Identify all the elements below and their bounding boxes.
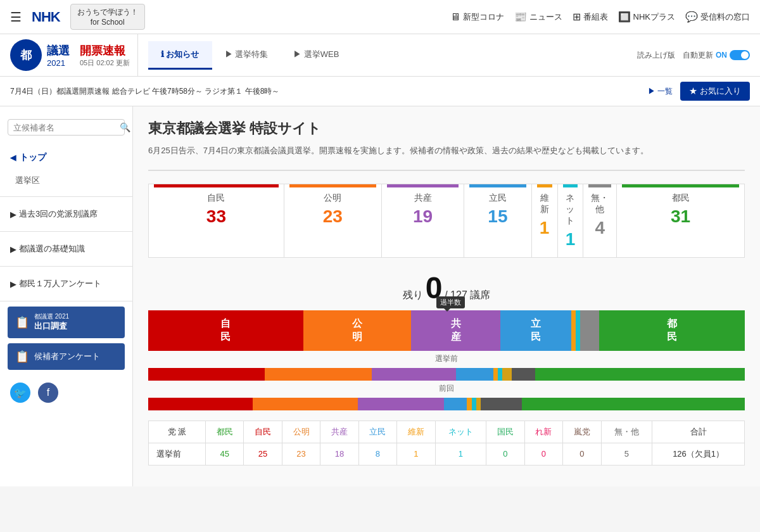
bar-rikken[interactable]: 立民 [500,310,571,351]
row-before-reshin: 0 [524,443,562,465]
before-tomin [535,368,745,381]
netto-score: 1 [563,229,578,250]
toggle-on-indicator[interactable] [730,50,750,60]
party-komeito[interactable]: 公明 23 [284,184,382,257]
sidebar-item-basics[interactable]: ▶ 都議選の基礎知識 [0,237,132,261]
sidebar-item-past[interactable]: ▶ 過去3回の党派別議席 [0,202,132,226]
school-button[interactable]: おうちで学ぼう！ for School [70,4,145,30]
sidebar-item-survey[interactable]: ▶ 都民１万人アンケート [0,272,132,296]
party-netto[interactable]: ネット 1 [558,184,584,257]
row-before-total: 126（欠員1） [652,443,745,465]
nav-fee[interactable]: 💬 受信料の窓口 [685,11,750,23]
tab-special[interactable]: ▶ 選挙特集 [212,41,281,70]
nav-timetable[interactable]: ⊞ 番組表 [573,11,608,23]
party-jimin[interactable]: 自民 33 [149,184,284,257]
nav-corona[interactable]: 🖥 新型コロナ [450,11,504,23]
results-table: 党 派 都民 自民 公明 共産 立民 維新 ネット 国民 れ新 嵐党 無・他 合… [148,421,745,466]
prev-d [476,398,481,410]
col-netto-header: ネット [435,421,486,443]
prev-tomin [522,398,745,410]
top-arrow-icon: ◀ [10,153,16,162]
read-aloud-button[interactable]: 読み上げ版 [637,50,675,61]
bar-chart-wrapper: 過半数 自民 公明 共産 立民 都民 [148,310,745,351]
search-input[interactable] [13,123,120,132]
top-nav-right: 🖥 新型コロナ 📰 ニュース ⊞ 番組表 🔲 NHKプラス 💬 受信料の窓口 [450,11,750,23]
bar-netto[interactable] [576,310,580,351]
brand-circle: 都 [10,39,42,71]
party-muota[interactable]: 無・他 4 [583,184,617,257]
auto-update-toggle: 自動更新 ON [683,50,750,61]
majority-arrow [444,308,450,312]
tab-notice[interactable]: ℹ お知らせ [148,41,212,70]
majority-marker: 過半数 [436,296,465,312]
party-ishin[interactable]: 維新 1 [532,184,558,257]
plus-icon: 🔲 [618,11,631,23]
party-tomin[interactable]: 都民 31 [617,184,744,257]
social-icons: 🐦 f [0,375,132,410]
announcement-text: 7月4日（日）都議選開票速報 総合テレビ 午後7時58分～ ラジオ第１ 午後8時… [10,86,640,97]
kyosan-score: 19 [387,206,459,227]
row-before-tomin: 45 [205,443,243,465]
candidate-survey-button[interactable]: 📋 候補者アンケート [8,343,125,370]
rikken-score: 15 [469,206,526,227]
prev-komeito [253,398,357,410]
party-score-row: 自民 33 公明 23 共産 19 立民 15 [149,184,744,257]
col-ishin-header: 維新 [397,421,435,443]
exit-poll-icon: 📋 [15,315,29,329]
bar-label-before: 選挙前 [148,353,745,364]
sidebar-item-top[interactable]: ◀ トップ [0,146,132,170]
divider-3 [0,266,132,267]
jimin-score: 33 [154,206,279,227]
prev-jimin [148,398,253,410]
favorite-button[interactable]: ★ お気に入り [680,82,750,101]
top-nav: ☰ NHK おうちで学ぼう！ for School 🖥 新型コロナ 📰 ニュース… [0,0,760,34]
nav-plus[interactable]: 🔲 NHKプラス [618,11,675,23]
col-total-header: 合計 [652,421,745,443]
announcement-list-link[interactable]: ▶ 一覧 [648,86,673,97]
bar-muota[interactable] [580,310,599,351]
before-jimin [148,368,265,381]
col-jimin-header: 自民 [244,421,282,443]
row-before-muota: 5 [601,443,652,465]
col-kokumin-header: 国民 [486,421,524,443]
bar-ishin[interactable] [571,310,576,351]
main-bar-row: 自民 公明 共産 立民 都民 [148,310,745,351]
header-title: 開票速報 [80,43,130,58]
hamburger-menu[interactable]: ☰ [10,10,22,25]
majority-badge: 過半数 [436,296,465,308]
divider-2 [0,231,132,232]
row-before-jimin: 25 [244,443,282,465]
komeito-score: 23 [289,206,376,227]
row-before-arashi: 0 [563,443,601,465]
col-tomin-header: 都民 [205,421,243,443]
komeito-label: 公明 [289,187,376,206]
tab-web[interactable]: ▶ 選挙WEB [281,41,352,70]
past-arrow-icon: ▶ [10,210,16,219]
sub-header: 都 議選 2021 開票速報 05日 02:02 更新 ℹ お知らせ ▶ 選挙特… [0,34,760,77]
party-kyosan[interactable]: 共産 19 [382,184,464,257]
row-before-label: 選挙前 [149,443,206,465]
exit-poll-button[interactable]: 📋 都議選 2021 出口調査 [8,307,125,338]
divider-1 [0,196,132,197]
twitter-icon[interactable]: 🐦 [10,383,30,403]
bar-tomin[interactable]: 都民 [599,310,745,351]
party-scores [148,170,745,171]
row-before-kyosan: 18 [320,443,358,465]
bar-komeito[interactable]: 公明 [303,310,412,351]
netto-label: ネット [563,187,578,229]
nav-news[interactable]: 📰 ニュース [514,11,562,23]
main-content: 東京都議会選挙 特設サイト 6月25日告示、7月4日の東京都議会議員選挙。開票速… [133,106,760,486]
facebook-icon[interactable]: f [38,383,58,403]
fee-icon: 💬 [685,11,698,23]
remaining-label: 残り [403,289,423,300]
candidate-label: 候補者アンケート [34,351,100,362]
divider-4 [0,301,132,301]
search-icon[interactable]: 🔍 [120,122,130,132]
party-rikken[interactable]: 立民 15 [464,184,531,257]
tomin-label: 都民 [622,187,739,206]
sidebar-item-district[interactable]: 選挙区 [0,170,132,191]
bar-jimin[interactable]: 自民 [148,310,303,351]
party-score-table: 自民 33 公明 23 共産 19 立民 15 [148,184,745,258]
seats-section: 残り 0 / 127 議席 過半数 自民 公明 共産 立民 [148,270,745,410]
bar-kyosan[interactable]: 共産 [411,310,500,351]
